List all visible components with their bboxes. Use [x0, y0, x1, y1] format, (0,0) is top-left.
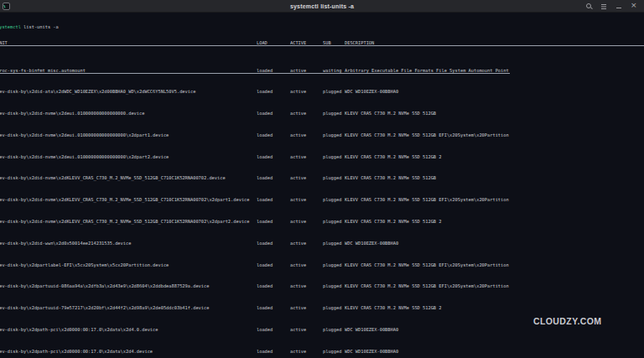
sub-state: plugged	[323, 197, 345, 202]
active-state: active	[290, 241, 323, 246]
table-row: dev-disk-by\x2dpartuuid-79e57217\x2d20bf…	[0, 305, 644, 310]
menu-icon[interactable]	[600, 3, 607, 9]
unit-name: proc-sys-fs-binfmt_misc.automount	[0, 68, 257, 73]
active-state: active	[290, 305, 323, 310]
command-args: list-units -a	[21, 24, 59, 29]
unit-description: KLEVV CRAS C730 M.2 NVMe SSD 512GB 2	[345, 219, 644, 224]
table-row: dev-disk-by\x2did-wwn\x2d0x50014ee214231…	[0, 241, 644, 246]
active-state: active	[290, 219, 323, 224]
header-active: ACTIVE	[290, 40, 323, 45]
window-title: systemctl list-units -a	[0, 3, 644, 9]
table-row: dev-disk-by\x2did-nvme\x2dKLEVV_CRAS_C73…	[0, 219, 644, 224]
active-state: active	[290, 349, 323, 354]
load-state: loaded	[257, 305, 290, 310]
load-state: loaded	[257, 111, 290, 116]
unit-name: dev-disk-by\x2dpath-pci\x2d0000:00:17.0\…	[0, 327, 257, 332]
load-state: loaded	[257, 132, 290, 137]
load-state: loaded	[257, 175, 290, 180]
load-state: loaded	[257, 327, 290, 332]
unit-description: KLEVV CRAS C730 M.2 NVMe SSD 512GB 2	[345, 305, 644, 310]
unit-description: KLEVV CRAS C730 M.2 NVMe SSD 512GB	[345, 175, 644, 180]
unit-name: dev-disk-by\x2dpath-pci\x2d0000:00:17.0\…	[0, 349, 257, 354]
header-description: DESCRIPTION	[345, 40, 644, 45]
sub-state: plugged	[323, 349, 345, 354]
table-row: dev-disk-by\x2dpartuuid-086aa94a\x2dfb3a…	[0, 283, 644, 288]
unit-name: dev-disk-by\x2dpartuuid-79e57217\x2d20bf…	[0, 305, 257, 310]
table-row: dev-disk-by\x2did-nvme\x2dKLEVV_CRAS_C73…	[0, 197, 644, 202]
table-row: dev-disk-by\x2dpath-pci\x2d0000:00:17.0\…	[0, 349, 644, 354]
table-row: dev-disk-by\x2dpath-pci\x2d0000:00:17.0\…	[0, 327, 644, 332]
sub-state: plugged	[323, 175, 345, 180]
load-state: loaded	[257, 154, 290, 159]
unit-name: dev-disk-by\x2did-ata\x2dWDC_WD10EZEX\x2…	[0, 89, 257, 94]
unit-name: dev-disk-by\x2did-nvme\x2dKLEVV_CRAS_C73…	[0, 197, 257, 202]
unit-name: dev-disk-by\x2did-nvme\x2dKLEVV_CRAS_C73…	[0, 219, 257, 224]
load-state: loaded	[257, 68, 290, 73]
unit-description: WDC WD10EZEX-00BBHA0	[345, 241, 644, 246]
header-load: LOAD	[257, 40, 290, 45]
close-icon[interactable]	[631, 3, 637, 9]
unit-description: KLEVV CRAS C730 M.2 NVMe SSD 512GB EFI\x…	[345, 262, 644, 267]
active-state: active	[290, 111, 323, 116]
table-row: dev-disk-by\x2did-nvme\x2dKLEVV_CRAS_C73…	[0, 175, 644, 180]
active-state: active	[290, 89, 323, 94]
table-header-row: UNIT LOAD ACTIVE SUB DESCRIPTION	[0, 40, 644, 45]
unit-description: KLEVV CRAS C730 M.2 NVMe SSD 512GB EFI\x…	[345, 283, 644, 288]
header-sub: SUB	[323, 40, 345, 45]
table-row: dev-disk-by\x2did-ata\x2dWDC_WD10EZEX\x2…	[0, 89, 644, 94]
unit-table-body: proc-sys-fs-binfmt_misc.automount loaded…	[0, 57, 644, 358]
load-state: loaded	[257, 241, 290, 246]
terminal-output[interactable]: systemctl list-units -a UNIT LOAD ACTIVE…	[0, 12, 644, 358]
sub-state: plugged	[323, 283, 345, 288]
load-state: loaded	[257, 197, 290, 202]
table-row: dev-disk-by\x2did-nvme\x2deui.0100000000…	[0, 111, 644, 116]
table-row: proc-sys-fs-binfmt_misc.automount loaded…	[0, 68, 644, 73]
minimize-icon[interactable]	[615, 3, 622, 9]
unit-name: dev-disk-by\x2dpartuuid-086aa94a\x2dfb3a…	[0, 283, 257, 288]
unit-description: WDC WD10EZEX-00BBHA0	[345, 89, 644, 94]
unit-name: dev-disk-by\x2did-wwn\x2d0x50014ee214231…	[0, 241, 257, 246]
unit-description: KLEVV CRAS C730 M.2 NVMe SSD 512GB	[345, 111, 644, 116]
active-state: active	[290, 175, 323, 180]
table-row: dev-disk-by\x2did-nvme\x2deui.0100000000…	[0, 154, 644, 159]
unit-description: Arbitrary Executable File Formats File S…	[345, 68, 644, 73]
active-state: active	[290, 283, 323, 288]
active-state: active	[290, 262, 323, 267]
load-state: loaded	[257, 89, 290, 94]
command-line: systemctl list-units -a	[0, 24, 644, 29]
sub-state: plugged	[323, 89, 345, 94]
active-state: active	[290, 327, 323, 332]
active-state: active	[290, 154, 323, 159]
sub-state: waiting	[323, 68, 345, 73]
sub-state: plugged	[323, 111, 345, 116]
sub-state: plugged	[323, 262, 345, 267]
command-name: systemctl	[0, 24, 21, 29]
load-state: loaded	[257, 283, 290, 288]
unit-name: dev-disk-by\x2did-nvme\x2deui.0100000000…	[0, 132, 257, 137]
search-icon[interactable]	[585, 3, 592, 9]
unit-name: dev-disk-by\x2dpartlabel-EFI\x5cx20Syste…	[0, 262, 257, 267]
active-state: active	[290, 132, 323, 137]
sub-state: plugged	[323, 241, 345, 246]
unit-description: KLEVV CRAS C730 M.2 NVMe SSD 512GB 2	[345, 154, 644, 159]
sub-state: plugged	[323, 327, 345, 332]
active-state: active	[290, 197, 323, 202]
unit-name: dev-disk-by\x2did-nvme\x2deui.0100000000…	[0, 111, 257, 116]
terminal-titlebar[interactable]: systemctl list-units -a	[0, 0, 644, 13]
sub-state: plugged	[323, 132, 345, 137]
unit-name: dev-disk-by\x2did-nvme\x2dKLEVV_CRAS_C73…	[0, 175, 257, 180]
active-state: active	[290, 68, 323, 73]
watermark: CLOUDZY.COM	[533, 316, 601, 326]
table-row: dev-disk-by\x2did-nvme\x2deui.0100000000…	[0, 132, 644, 137]
unit-description: KLEVV CRAS C730 M.2 NVMe SSD 512GB EFI\x…	[345, 132, 644, 137]
titlebar-buttons	[585, 0, 637, 12]
load-state: loaded	[257, 219, 290, 224]
load-state: loaded	[257, 349, 290, 354]
unit-description: WDC WD10EZEX-00BBHA0	[345, 327, 644, 332]
load-state: loaded	[257, 262, 290, 267]
header-unit: UNIT	[0, 40, 257, 45]
sub-state: plugged	[323, 154, 345, 159]
terminal-app-icon	[3, 3, 10, 10]
unit-name: dev-disk-by\x2did-nvme\x2deui.0100000000…	[0, 154, 257, 159]
sub-state: plugged	[323, 219, 345, 224]
